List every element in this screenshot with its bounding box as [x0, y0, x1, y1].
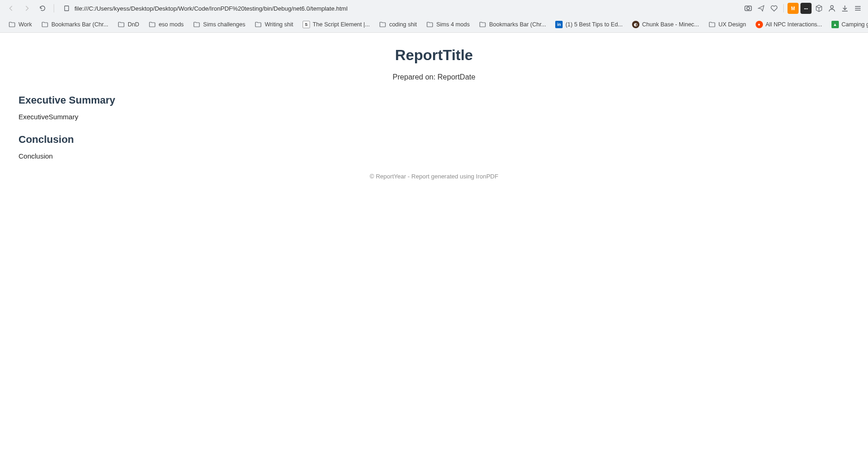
bookmark-item[interactable]: ●All NPC Interactions... — [752, 19, 826, 30]
back-icon — [7, 5, 15, 12]
folder-icon — [479, 21, 486, 28]
section-body-conclusion: Conclusion — [19, 152, 849, 160]
report-title: ReportTitle — [19, 47, 849, 64]
folder-icon — [254, 21, 262, 28]
bookmark-item[interactable]: UX Design — [705, 19, 750, 30]
folder-icon — [379, 21, 386, 28]
bookmark-item[interactable]: eso mods — [145, 19, 187, 30]
bookmark-label: UX Design — [719, 21, 746, 28]
folder-icon — [193, 21, 200, 28]
forward-icon — [23, 5, 31, 12]
page-icon — [63, 5, 70, 12]
page-content: ReportTitle Prepared on: ReportDate Exec… — [0, 33, 868, 194]
bookmark-label: Sims 4 mods — [436, 21, 470, 28]
bookmark-item[interactable]: SThe Script Element |... — [299, 19, 373, 30]
separator — [783, 4, 784, 12]
bookmark-label: Camping gear list:... — [842, 21, 868, 28]
chunkbase-icon: ◐ — [632, 21, 639, 28]
bookmark-item[interactable]: Bookmarks Bar (Chr... — [475, 19, 550, 30]
section-heading-exec: Executive Summary — [19, 94, 849, 106]
folder-icon — [149, 21, 156, 28]
bookmark-label: The Script Element |... — [313, 21, 370, 28]
toolbar-right: M ••• — [743, 3, 863, 14]
extension-orange-icon[interactable]: M — [787, 3, 799, 14]
folder-icon — [41, 21, 49, 28]
bookmark-label: Work — [19, 21, 32, 28]
screenshot-icon[interactable] — [743, 3, 754, 14]
bookmark-label: Sims challenges — [203, 21, 245, 28]
bookmark-item[interactable]: Bookmarks Bar (Chr... — [37, 19, 112, 30]
url-text: file:///C:/Users/kyess/Desktop/Desktop/W… — [74, 5, 347, 12]
bookmark-label: Bookmarks Bar (Chr... — [489, 21, 546, 28]
send-icon[interactable] — [756, 3, 767, 14]
bookmarks-bar: WorkBookmarks Bar (Chr...DnDeso modsSims… — [0, 17, 868, 32]
bookmark-item[interactable]: ◐Chunk Base - Minec... — [628, 19, 703, 30]
bookmark-item[interactable]: Writing shit — [251, 19, 297, 30]
cube-icon[interactable] — [813, 3, 825, 14]
bookmark-label: Chunk Base - Minec... — [642, 21, 699, 28]
back-button[interactable] — [5, 2, 18, 15]
toolbar: file:///C:/Users/kyess/Desktop/Desktop/W… — [0, 0, 868, 17]
bookmark-label: coding shit — [389, 21, 417, 28]
menu-icon[interactable] — [852, 3, 863, 14]
folder-icon — [118, 21, 125, 28]
svg-point-2 — [747, 7, 750, 10]
camping-icon: ▲ — [831, 21, 839, 28]
downloads-icon[interactable] — [839, 3, 850, 14]
browser-chrome: file:///C:/Users/kyess/Desktop/Desktop/W… — [0, 0, 868, 33]
reddit-icon: ● — [756, 21, 763, 28]
favorite-icon[interactable] — [769, 3, 780, 14]
profile-icon[interactable] — [826, 3, 837, 14]
forward-button[interactable] — [20, 2, 33, 15]
section-body-exec: ExecutiveSummary — [19, 113, 849, 121]
bookmark-item[interactable]: DnD — [114, 19, 143, 30]
bookmark-item[interactable]: ▲Camping gear list:... — [828, 19, 868, 30]
bookmark-label: Writing shit — [265, 21, 293, 28]
bookmark-label: (1) 5 Best Tips to Ed... — [565, 21, 623, 28]
bookmark-item[interactable]: Sims 4 mods — [422, 19, 473, 30]
bookmark-label: DnD — [128, 21, 139, 28]
svg-point-3 — [831, 6, 833, 8]
reload-button[interactable] — [36, 2, 49, 15]
prepared-date-value: ReportDate — [438, 73, 476, 81]
report-footer: © ReportYear - Report generated using Ir… — [19, 173, 849, 180]
reload-icon — [39, 5, 46, 12]
svg-rect-0 — [65, 6, 69, 11]
bookmark-item[interactable]: Sims challenges — [189, 19, 249, 30]
section-heading-conclusion: Conclusion — [19, 134, 849, 146]
folder-icon — [8, 21, 16, 28]
folder-icon — [426, 21, 434, 28]
prepared-prefix: Prepared on: — [393, 73, 438, 81]
bookmark-label: All NPC Interactions... — [766, 21, 822, 28]
extension-dark-icon[interactable]: ••• — [800, 3, 812, 14]
bookmark-item[interactable]: coding shit — [375, 19, 421, 30]
bookmark-item[interactable]: Work — [5, 19, 36, 30]
script-icon: S — [303, 21, 310, 28]
bookmark-item[interactable]: in(1) 5 Best Tips to Ed... — [552, 19, 626, 30]
report-date: Prepared on: ReportDate — [19, 73, 849, 81]
url-bar[interactable]: file:///C:/Users/kyess/Desktop/Desktop/W… — [59, 2, 740, 15]
separator — [54, 4, 54, 12]
folder-icon — [708, 21, 716, 28]
linkedin-icon: in — [555, 21, 563, 28]
bookmark-label: eso mods — [159, 21, 184, 28]
bookmark-label: Bookmarks Bar (Chr... — [51, 21, 108, 28]
